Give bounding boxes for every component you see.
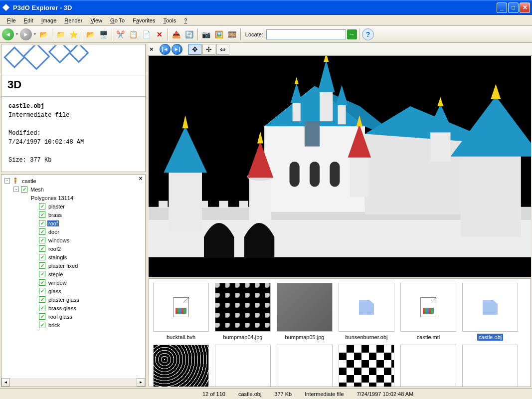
tree-checkbox[interactable]: ✓ — [39, 322, 45, 328]
svg-rect-30 — [350, 157, 369, 197]
tree-checkbox[interactable]: ✓ — [39, 211, 45, 218]
menu-help[interactable]: ? — [180, 16, 191, 24]
menu-goto[interactable]: Go To — [106, 16, 129, 24]
3d-viewport[interactable] — [149, 56, 531, 277]
tree-item-label[interactable]: roof2 — [47, 246, 62, 252]
tree-item-label[interactable]: staingls — [47, 254, 68, 260]
copy-button[interactable]: 📋 — [128, 28, 140, 40]
tree-hscroll[interactable]: ◄ ► — [1, 378, 145, 387]
cut-button[interactable]: ✂️ — [115, 28, 127, 40]
svg-rect-21 — [330, 162, 340, 187]
delete-button[interactable]: ✕ — [154, 28, 166, 40]
tree-item-label[interactable]: brass glass — [47, 305, 77, 311]
thumbnail-label: bumpmap04.jpg — [222, 334, 264, 341]
tree-checkbox[interactable]: ✓ — [39, 220, 45, 226]
tree-checkbox[interactable]: ✓ — [39, 262, 45, 269]
tree-checkbox[interactable]: ✓ — [39, 279, 45, 286]
thumbnail[interactable] — [461, 345, 519, 387]
slideshow-button[interactable]: 🎞️ — [226, 28, 238, 40]
paste-button[interactable]: 📄 — [141, 28, 153, 40]
tree-checkbox[interactable]: ✓ — [39, 313, 45, 320]
svg-rect-8 — [159, 201, 168, 208]
thumbnail[interactable]: bumpmap05.jpg — [276, 283, 334, 341]
menu-file[interactable]: File — [3, 16, 20, 24]
status-modified: 7/24/1997 10:02:48 AM — [354, 391, 417, 397]
tree-expand-icon[interactable]: - — [4, 178, 10, 184]
up-button[interactable]: 📂 — [38, 28, 50, 40]
favorite-button[interactable]: ⭐ — [68, 28, 80, 40]
tree-item-label[interactable]: steple — [47, 271, 64, 277]
image-button[interactable]: 🖼️ — [213, 28, 225, 40]
tree-expand-icon[interactable]: - — [13, 187, 19, 192]
tree-item-label[interactable]: door — [47, 229, 60, 235]
thumbnail[interactable]: bunsenburner.obj — [338, 283, 395, 341]
thumbnail[interactable] — [338, 345, 395, 387]
camera-button[interactable]: 📷 — [200, 28, 212, 40]
viewer-close-button[interactable]: × — [150, 45, 156, 53]
tree-view[interactable]: -🧍castle-✓MeshPolygones 13114✓plaster✓br… — [1, 175, 145, 378]
thumbnail[interactable]: bucktail.bvh — [152, 283, 210, 341]
tree-checkbox[interactable]: ✓ — [39, 296, 45, 303]
minimize-button[interactable]: _ — [497, 2, 507, 13]
menu-render[interactable]: Render — [60, 16, 86, 24]
tree-checkbox[interactable]: ✓ — [39, 305, 45, 311]
tree-item-label[interactable]: roof — [47, 220, 59, 226]
thumbnail[interactable] — [152, 345, 210, 387]
tree-item-label[interactable]: windows — [47, 237, 70, 243]
go-button[interactable]: → — [347, 29, 357, 39]
tree-item-label[interactable]: castle — [21, 178, 37, 184]
tree-item-label[interactable]: brick — [47, 322, 61, 328]
tree-item-label[interactable]: plaster fixed — [47, 263, 79, 269]
thumbnail[interactable] — [214, 345, 272, 387]
tree-checkbox[interactable]: ✓ — [21, 186, 27, 193]
tree-checkbox[interactable]: ✓ — [39, 245, 45, 252]
refresh-button[interactable]: 🔄 — [183, 28, 195, 40]
tree-checkbox[interactable]: ✓ — [39, 288, 45, 294]
thumbnail[interactable]: bumpmap04.jpg — [214, 283, 272, 341]
zoom-tool[interactable]: ⇔ — [216, 44, 229, 55]
viewer-toolbar: × |◄ ►| ✥ ✢ ⇔ — [148, 43, 532, 56]
tree-item-label[interactable]: roof glass — [47, 314, 73, 320]
open-button[interactable]: 📂 — [85, 28, 97, 40]
explorer-button[interactable]: 🖥️ — [98, 28, 110, 40]
tree-checkbox[interactable]: ✓ — [39, 228, 45, 235]
back-button[interactable]: ◄ — [2, 28, 14, 40]
forward-button[interactable]: ► — [20, 28, 32, 40]
thumbnail[interactable] — [399, 345, 457, 387]
menu-favorites[interactable]: Favorites — [129, 16, 159, 24]
menu-edit[interactable]: Edit — [20, 16, 37, 24]
folder-button[interactable]: 📁 — [55, 28, 67, 40]
help-button[interactable]: ? — [362, 28, 374, 40]
thumbnail[interactable]: castle.obj — [461, 283, 519, 341]
tree-checkbox[interactable]: ✓ — [39, 237, 45, 243]
modified-label: Modified: — [8, 129, 138, 138]
menu-tools[interactable]: Tools — [159, 16, 180, 24]
maximize-button[interactable]: □ — [508, 2, 519, 13]
back-dropdown-icon[interactable]: ▼ — [15, 32, 19, 36]
menu-image[interactable]: Image — [37, 16, 61, 24]
tree-item-label[interactable]: plaster — [47, 203, 66, 209]
thumbnail[interactable]: castle.mtl — [399, 283, 457, 341]
tree-item-label[interactable]: glass — [47, 288, 62, 294]
svg-rect-2 — [24, 45, 49, 69]
tree-item-label[interactable]: Mesh — [29, 187, 45, 193]
first-button[interactable]: |◄ — [160, 44, 171, 55]
svg-rect-23 — [169, 172, 202, 232]
export-button[interactable]: 📤 — [171, 28, 182, 40]
tree-checkbox[interactable]: ✓ — [39, 203, 45, 209]
last-button[interactable]: ►| — [172, 44, 182, 55]
tree-item-label[interactable]: window — [47, 280, 68, 286]
thumbnail[interactable] — [276, 345, 334, 387]
tree-checkbox[interactable]: ✓ — [39, 271, 45, 277]
locate-input[interactable] — [266, 29, 346, 39]
pan-tool[interactable]: ✢ — [202, 44, 215, 55]
tree-checkbox[interactable]: ✓ — [39, 254, 45, 260]
tree-close-button[interactable]: × — [137, 176, 144, 183]
tree-item-label[interactable]: brass — [47, 212, 63, 218]
tree-item-label[interactable]: plaster glass — [47, 297, 80, 303]
forward-dropdown-icon[interactable]: ▼ — [33, 32, 37, 36]
tree-item-label[interactable]: Polygones 13114 — [30, 195, 74, 201]
rotate-tool[interactable]: ✥ — [188, 44, 201, 55]
close-button[interactable]: ✕ — [520, 2, 530, 13]
menu-view[interactable]: View — [86, 16, 106, 24]
